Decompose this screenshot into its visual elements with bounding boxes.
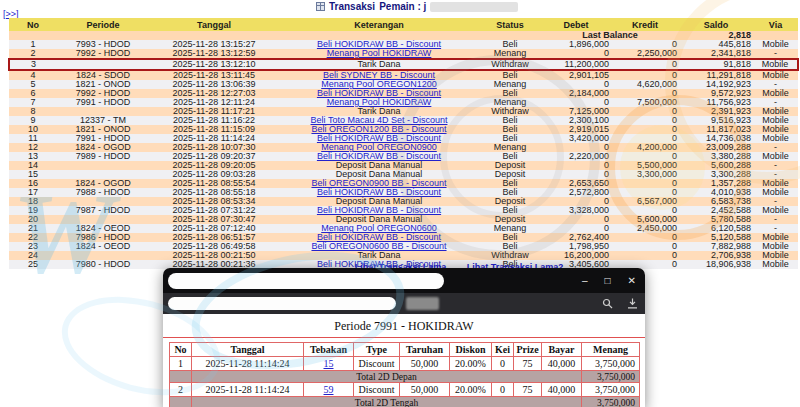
popup-titlebar[interactable]: – □ ✕ [163,268,645,293]
keterangan-link[interactable]: Beli HOKIDRAW BB - Discount [317,233,441,242]
keterangan-link[interactable]: Beli OREGON0600 BB - Discount [311,242,446,251]
minimize-icon[interactable]: – [582,276,588,286]
redacted-player-name [430,2,518,12]
download-icon[interactable] [627,298,638,309]
keterangan-link[interactable]: Beli Toto Macau 4D Set - Discount [311,116,448,125]
keterangan-link[interactable]: Beli HOKIDRAW BB - Discount [317,89,441,98]
transaction-row: 17993 - HDOD2025-11-28 13:15:27Beli HOKI… [9,40,798,49]
maximize-icon[interactable]: □ [605,276,611,286]
transaction-row: 197987 - HDOD2025-11-28 07:31:22Beli HOK… [9,206,798,215]
transaction-icon [316,2,325,11]
popup-period-title: Periode 7991 - HOKIDRAW [169,319,639,334]
address-bar[interactable] [168,297,396,310]
transaction-row: 177988 - HDOD2025-11-28 08:55:18Beli HOK… [9,188,798,197]
detail-popup-window: – □ ✕ Periode 7991 - HOKIDRAW NoTan [163,268,645,407]
page-title: Transaksi Pemain : j [316,1,518,12]
keterangan-link[interactable]: Beli OREGON0900 BB - Discount [311,179,446,188]
transaction-row: 211824 - OEOD2025-11-28 07:12:40Menang P… [9,224,798,233]
transaction-row: 117991 - HDOD2025-11-28 11:14:24Beli HOK… [9,134,798,143]
transaction-row: 27992 - HDOD2025-11-28 13:12:59Menang Po… [9,49,798,59]
transaction-row: 77991 - HDOD2025-11-28 12:11:24Menang Po… [9,98,798,107]
browser-tab[interactable] [168,273,444,289]
transaction-row: 231824 - OEOD2025-11-28 06:49:58Beli ORE… [9,242,798,251]
tebakan-link[interactable]: 59 [324,384,334,395]
popup-toolbar [163,293,645,314]
bet-detail-table: NoTanggalTebakanTypeTaruhanDiskonKeiPriz… [169,342,640,407]
tebakan-link[interactable]: 15 [324,358,334,369]
column-header-type: Type [354,343,400,357]
column-header-keterangan: Keterangan [279,18,479,31]
keterangan-link[interactable]: Beli HOKIDRAW BB - Discount [317,152,441,161]
table-header-row: NoPeriodeTanggalKeteranganStatusDebetKre… [9,18,798,31]
redacted-url-fragment [406,297,439,310]
column-header-no: No [170,343,192,357]
column-header-periode: Periode [57,18,149,31]
column-header-diskon: Diskon [450,343,492,357]
column-header-prize: Prize [514,343,542,357]
bet-row: 12025-11-28 11:14:2415Discount50,00020.0… [170,357,640,371]
keterangan-link[interactable]: Beli OREGON1200 BB - Discount [311,125,446,134]
keterangan-link[interactable]: Menang Pool OREGON0900 [321,143,437,152]
column-header-tanggal: Tanggal [149,18,279,31]
column-header-saldo: Saldo [679,18,753,31]
last-balance-row: Last Balance 2,818 [9,31,798,40]
transaction-row: 137989 - HDOD2025-11-28 09:20:37Beli HOK… [9,152,798,161]
title-pemain: Pemain : j [379,1,426,12]
column-header-debet: Debet [541,18,611,31]
column-header-via: Via [753,18,798,31]
column-header-tanggal: Tanggal [192,343,304,357]
column-header-menang: Menang [582,343,640,357]
transaction-row: 182025-11-28 08:53:34Deposit Dana Manual… [9,197,798,206]
transaction-row: 101821 - ONOD2025-11-28 11:15:09Beli ORE… [9,125,798,134]
title-transaksi: Transaksi [329,1,375,12]
transaction-row: 912337 - TM2025-11-28 11:16:22Beli Toto … [9,116,798,125]
bet-header-row: NoTanggalTebakanTypeTaruhanDiskonKeiPriz… [170,343,640,357]
column-header-no: No [9,18,57,31]
transaction-row: 121824 - OGOD2025-11-28 10:07:30Menang P… [9,143,798,152]
last-balance-value: 2,818 [679,31,753,40]
keterangan-link[interactable]: Beli HOKIDRAW BB - Discount [317,40,441,49]
transaction-row-highlighted: 32025-11-28 13:12:10Tarik DanaWithdraw11… [9,59,798,70]
transactions-table: NoPeriodeTanggalKeteranganStatusDebetKre… [8,18,799,269]
column-header-kei: Kei [492,343,514,357]
close-icon[interactable]: ✕ [628,276,636,286]
keterangan-link[interactable]: Beli HOKIDRAW BB - Discount [317,206,441,215]
keterangan-link[interactable]: Menang Pool OREGON0600 [321,224,437,233]
zoom-search-icon[interactable] [602,298,613,309]
transaction-row: 67992 - HDOD2025-11-28 12:27:03Beli HOKI… [9,89,798,98]
transaction-row: 142025-11-28 09:20:05Deposit Dana Manual… [9,161,798,170]
transaction-row: 82025-11-28 11:17:21Tarik DanaWithdraw7,… [9,107,798,116]
keterangan-link[interactable]: Menang Pool OREGON1200 [321,80,437,89]
keterangan-link[interactable]: Menang Pool HOKIDRAW [327,49,432,58]
keterangan-link[interactable]: Beli SYDNEY BB - Discount [323,70,435,80]
keterangan-link[interactable]: Beli HOKIDRAW BB - Discount [317,188,441,197]
column-header-tebakan: Tebakan [304,343,354,357]
transaction-row: 202025-11-28 07:30:47Deposit Dana Manual… [9,215,798,224]
column-header-taruhan: Taruhan [400,343,450,357]
transaction-row: 152025-11-28 09:03:28Deposit Dana Manual… [9,170,798,179]
transaction-row: 51821 - ONOD2025-11-28 13:06:39Menang Po… [9,80,798,89]
bet-total-row: Total 2D Tengah3,750,000 [170,397,640,407]
column-header-kredit: Kredit [611,18,679,31]
column-header-status: Status [479,18,541,31]
transaction-row: 41824 - SDOD2025-11-28 13:11:45Beli SYDN… [9,70,798,80]
keterangan-link[interactable]: Menang Pool HOKIDRAW [327,98,432,107]
last-balance-label: Last Balance [541,31,679,40]
bet-total-row: Total 2D Depan3,750,000 [170,371,640,383]
column-header-bayar: Bayar [542,343,582,357]
transaction-row: 242025-11-28 00:21:50Tarik DanaWithdraw1… [9,251,798,260]
transaction-row: 227986 - HDOD2025-11-28 06:51:57Beli HOK… [9,233,798,242]
bet-row: 22025-11-28 11:14:2459Discount50,00020.0… [170,383,640,397]
transaction-row: 161824 - OGOD2025-11-28 08:55:54Beli ORE… [9,179,798,188]
red-divider [163,337,645,338]
keterangan-link[interactable]: Beli HOKIDRAW BB - Discount [317,134,441,143]
